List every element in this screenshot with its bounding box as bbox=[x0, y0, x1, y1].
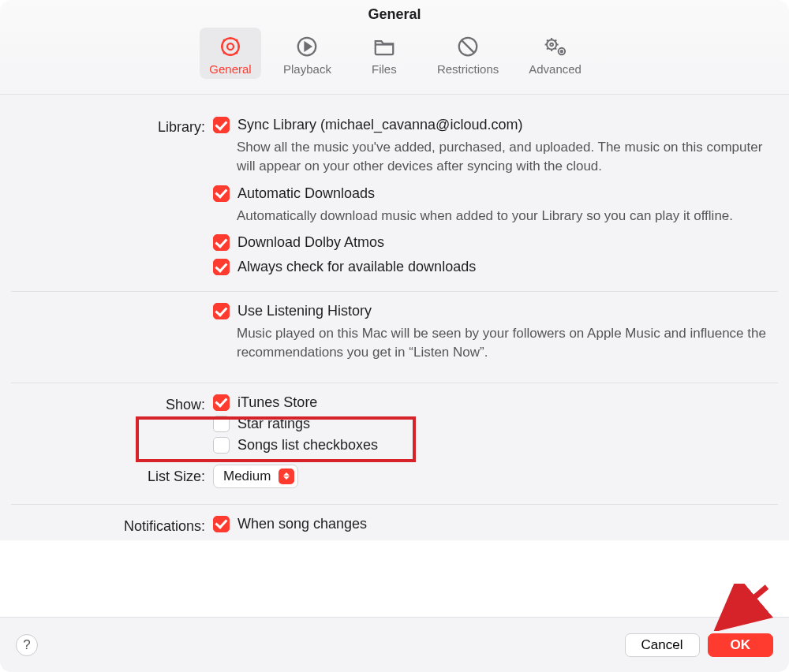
titlebar: General General Playback bbox=[0, 0, 789, 95]
checkbox-itunes-store[interactable] bbox=[213, 394, 230, 411]
checkbox-star-ratings[interactable] bbox=[213, 416, 230, 432]
ok-button[interactable]: OK bbox=[708, 633, 774, 657]
checkbox-song-changes[interactable] bbox=[213, 516, 230, 532]
svg-point-4 bbox=[547, 40, 556, 50]
checkbox-sync-library[interactable] bbox=[213, 117, 230, 133]
checkbox-songs-list-checkboxes[interactable] bbox=[213, 437, 230, 454]
section-show: Show: iTunes Store Star ratings Songs li… bbox=[11, 391, 778, 461]
svg-point-7 bbox=[560, 50, 562, 52]
tab-advanced[interactable]: Advanced bbox=[521, 28, 589, 79]
window-title: General bbox=[368, 6, 421, 23]
checkbox-automatic-downloads[interactable] bbox=[213, 185, 230, 202]
label-notifications: Notifications: bbox=[11, 516, 213, 537]
section-history: Use Listening History Music played on th… bbox=[11, 300, 778, 375]
preferences-window: General General Playback bbox=[0, 0, 789, 672]
checkbox-listening-history-label: Use Listening History bbox=[237, 303, 372, 319]
cancel-button[interactable]: Cancel bbox=[625, 633, 700, 657]
section-list-size: List Size: Medium bbox=[11, 461, 778, 491]
svg-point-6 bbox=[558, 48, 565, 55]
content: Library: Sync Library (michael_cavanna@i… bbox=[0, 95, 789, 540]
tab-playback[interactable]: Playback bbox=[275, 28, 339, 79]
label-library: Library: bbox=[11, 117, 213, 280]
checkbox-check-downloads-label: Always check for available downloads bbox=[237, 259, 476, 275]
checkbox-check-downloads[interactable] bbox=[213, 259, 230, 275]
checkbox-listening-history[interactable] bbox=[213, 303, 230, 319]
checkbox-automatic-downloads-label: Automatic Downloads bbox=[237, 185, 375, 202]
select-list-size[interactable]: Medium bbox=[213, 465, 298, 488]
desc-automatic-downloads: Automatically download music when added … bbox=[237, 207, 778, 226]
desc-sync-library: Show all the music you've added, purchas… bbox=[237, 138, 778, 176]
section-library: Library: Sync Library (michael_cavanna@i… bbox=[11, 114, 778, 283]
preferences-tabs: General Playback Files bbox=[200, 28, 589, 79]
label-show: Show: bbox=[11, 394, 213, 458]
gear-icon bbox=[219, 32, 242, 61]
section-notifications: Notifications: When song changes bbox=[11, 513, 778, 540]
gears-icon bbox=[542, 32, 569, 61]
tab-general[interactable]: General bbox=[200, 28, 261, 79]
checkbox-dolby-atmos-label: Download Dolby Atmos bbox=[237, 234, 384, 251]
checkbox-star-ratings-label: Star ratings bbox=[237, 416, 310, 432]
checkbox-songs-list-checkboxes-label: Songs list checkboxes bbox=[237, 437, 378, 454]
svg-point-5 bbox=[550, 43, 553, 47]
stepper-arrows-icon bbox=[279, 469, 294, 484]
select-list-size-value: Medium bbox=[223, 469, 271, 484]
tab-files[interactable]: Files bbox=[353, 28, 415, 79]
label-list-size: List Size: bbox=[11, 465, 213, 488]
footer: ? Cancel OK bbox=[0, 617, 789, 672]
tab-restrictions[interactable]: Restrictions bbox=[429, 28, 507, 79]
checkbox-sync-library-label: Sync Library (michael_cavanna@icloud.com… bbox=[237, 117, 522, 133]
help-button[interactable]: ? bbox=[16, 634, 38, 656]
prohibited-icon bbox=[456, 32, 480, 61]
checkbox-itunes-store-label: iTunes Store bbox=[237, 394, 317, 411]
folder-icon bbox=[372, 32, 396, 61]
checkbox-song-changes-label: When song changes bbox=[237, 516, 367, 532]
svg-point-1 bbox=[222, 38, 239, 55]
checkbox-dolby-atmos[interactable] bbox=[213, 234, 230, 251]
svg-point-0 bbox=[227, 43, 234, 50]
desc-listening-history: Music played on this Mac will be seen by… bbox=[237, 324, 778, 362]
play-icon bbox=[295, 32, 319, 61]
